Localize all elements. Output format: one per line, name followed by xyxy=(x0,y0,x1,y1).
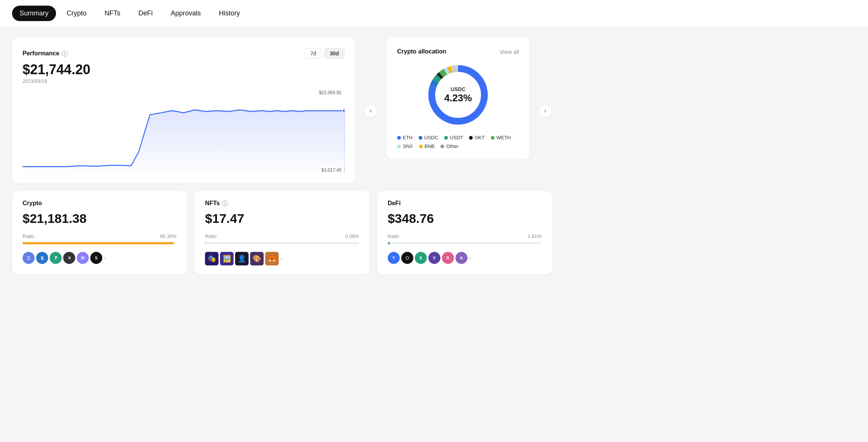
token-snx-icon: S xyxy=(90,252,102,264)
performance-amount: $21,744.20 xyxy=(23,62,344,78)
view-all-button[interactable]: View all xyxy=(500,49,519,55)
crypto-card-title: Crypto xyxy=(23,200,176,207)
legend-label-usdt: USDT xyxy=(450,135,463,140)
legend-dot-snx xyxy=(397,145,401,148)
legend-label-weth: WETH xyxy=(496,135,511,140)
legend-eth: ETH xyxy=(397,135,413,140)
performance-info-icon[interactable]: i xyxy=(62,50,68,56)
donut-center-pct: 4.23% xyxy=(444,92,472,104)
donut-center: USDC 4.23% xyxy=(444,86,472,104)
performance-title: Performance i xyxy=(23,50,68,57)
time-btn-30d[interactable]: 30d xyxy=(324,48,344,59)
crypto-ratio-row: Ratio 98.30% xyxy=(23,233,176,239)
nft-thumb-1: 🎭 xyxy=(205,252,219,265)
tab-history[interactable]: History xyxy=(211,6,247,21)
defi-card-title: DeFi xyxy=(388,200,542,207)
nfts-ratio-row: Ratio 0.08% xyxy=(205,233,359,239)
performance-card: Performance i 7d 30d $21,744.20 2023/03/… xyxy=(12,38,355,183)
legend-bnb: BNB xyxy=(419,143,435,149)
defi-summary-card: DeFi $348.76 Ratio 1.61% Y ⬡ S V R A › xyxy=(377,191,552,274)
main-content: Performance i 7d 30d $21,744.20 2023/03/… xyxy=(0,27,564,285)
legend-label-okt: OKT xyxy=(475,135,485,140)
legend-okt: OKT xyxy=(469,135,485,140)
nfts-icons-row: 🎭 🖼️ 👤 🎨 🦊 › xyxy=(205,252,359,265)
nft-thumb-2: 🖼️ xyxy=(220,252,234,265)
legend-dot-okt xyxy=(469,136,473,140)
legend-weth: WETH xyxy=(491,135,511,140)
legend-other: Other xyxy=(440,143,458,149)
legend-dot-usdc xyxy=(419,136,422,140)
token-usdc-icon: $ xyxy=(36,252,48,264)
performance-date: 2023/03/19 xyxy=(23,78,344,84)
nfts-progress-bg xyxy=(205,242,359,244)
time-btn-7d[interactable]: 7d xyxy=(305,48,322,59)
nfts-summary-card: NFTs i $17.47 Ratio 0.08% 🎭 🖼️ 👤 🎨 🦊 › xyxy=(194,191,369,274)
nft-thumb-4: 🎨 xyxy=(250,252,264,265)
legend-label-usdc: USDC xyxy=(424,135,438,140)
nfts-card-title: NFTs i xyxy=(205,200,359,207)
token-okt-icon: ✕ xyxy=(63,252,75,264)
nfts-title-text: NFTs xyxy=(205,200,220,207)
left-arrow-btn[interactable]: ‹ xyxy=(364,104,378,117)
chart-svg xyxy=(23,90,344,173)
donut-title: Crypto allocation xyxy=(397,48,446,55)
legend-usdc: USDC xyxy=(419,135,438,140)
crypto-chevron-icon[interactable]: › xyxy=(104,254,106,262)
nfts-info-icon[interactable]: i xyxy=(222,200,228,206)
defi-card-amount: $348.76 xyxy=(388,211,542,226)
tab-nfts[interactable]: NFTs xyxy=(97,6,128,21)
nfts-chevron-icon[interactable]: › xyxy=(280,255,282,263)
donut-center-label: USDC xyxy=(444,86,472,92)
crypto-progress-bg xyxy=(23,242,176,244)
defi-token-5: R xyxy=(442,252,454,264)
right-arrow-btn[interactable]: › xyxy=(539,104,552,117)
defi-token-4: V xyxy=(428,252,440,264)
defi-icons-row: Y ⬡ S V R A › xyxy=(388,252,542,264)
tab-summary[interactable]: Summary xyxy=(12,6,56,21)
chart-label-bottom: $3,017.45 xyxy=(322,168,341,173)
defi-ratio-pct: 1.61% xyxy=(528,233,542,239)
legend-dot-usdt xyxy=(444,136,448,140)
defi-chevron-icon[interactable]: › xyxy=(469,254,471,262)
donut-legend: ETH USDC USDT OKT WETH xyxy=(397,135,519,149)
performance-header: Performance i 7d 30d xyxy=(23,48,344,59)
performance-chart: $22,065.92 $3,017.45 xyxy=(23,90,344,173)
crypto-icons-row: Ξ $ ₮ ✕ W S › xyxy=(23,252,176,264)
token-usdt-icon: ₮ xyxy=(50,252,62,264)
legend-label-eth: ETH xyxy=(403,135,413,140)
nfts-card-amount: $17.47 xyxy=(205,211,359,226)
defi-progress-bg xyxy=(388,242,542,244)
legend-dot-eth xyxy=(397,136,401,140)
legend-dot-bnb xyxy=(419,145,423,148)
crypto-card-amount: $21,181.38 xyxy=(23,211,176,226)
tab-crypto[interactable]: Crypto xyxy=(59,6,94,21)
token-eth-icon: Ξ xyxy=(23,252,35,264)
crypto-allocation-card: Crypto allocation View all xyxy=(387,38,530,160)
legend-snx: SNX xyxy=(397,143,413,149)
defi-token-3: S xyxy=(415,252,427,264)
crypto-progress-fill xyxy=(23,242,174,244)
chart-label-top: $22,065.92 xyxy=(319,90,341,95)
bottom-section: Crypto $21,181.38 Ratio 98.30% Ξ $ ₮ ✕ W… xyxy=(12,191,552,274)
donut-header: Crypto allocation View all xyxy=(397,48,519,55)
crypto-summary-card: Crypto $21,181.38 Ratio 98.30% Ξ $ ₮ ✕ W… xyxy=(12,191,187,274)
defi-token-2: ⬡ xyxy=(401,252,413,264)
nft-thumb-3: 👤 xyxy=(235,252,249,265)
legend-dot-other xyxy=(440,145,444,148)
crypto-ratio-pct: 98.30% xyxy=(160,233,176,239)
defi-token-6: A xyxy=(455,252,467,264)
nfts-ratio-label: Ratio xyxy=(205,233,216,239)
legend-label-other: Other xyxy=(446,143,458,149)
defi-ratio-row: Ratio 1.61% xyxy=(388,233,542,239)
tab-approvals[interactable]: Approvals xyxy=(163,6,208,21)
donut-chart-wrapper: USDC 4.23% xyxy=(397,61,519,129)
performance-title-text: Performance xyxy=(23,50,59,57)
tab-defi[interactable]: DeFi xyxy=(131,6,160,21)
defi-ratio-label: Ratio xyxy=(388,233,399,239)
defi-progress-fill xyxy=(388,242,390,244)
defi-token-1: Y xyxy=(388,252,400,264)
nfts-ratio-pct: 0.08% xyxy=(345,233,359,239)
legend-label-snx: SNX xyxy=(403,143,413,149)
legend-usdt: USDT xyxy=(444,135,463,140)
crypto-ratio-label: Ratio xyxy=(23,233,34,239)
